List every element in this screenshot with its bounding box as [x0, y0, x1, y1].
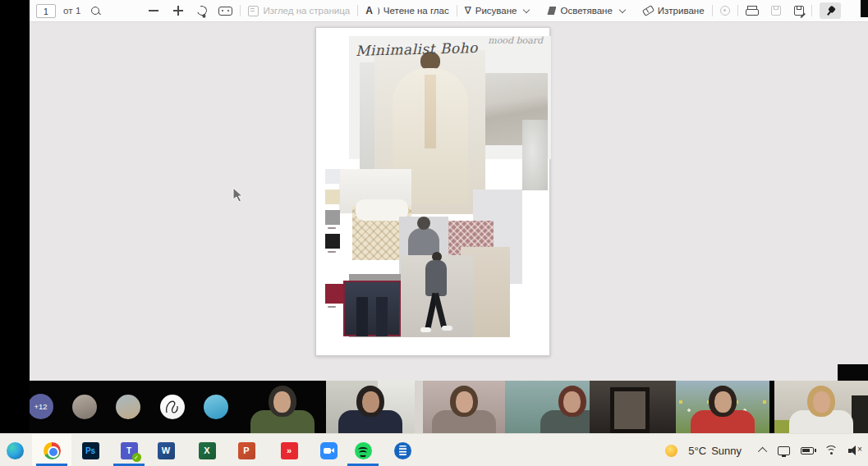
teams-icon: T [121, 442, 138, 459]
meeting-filmstrip: +12 [0, 381, 868, 433]
cast-icon[interactable] [778, 446, 790, 455]
letterbox-strip [0, 0, 30, 433]
excel-icon: X [199, 442, 216, 459]
moodboard-image-denim [343, 281, 401, 336]
read-aloud-icon: A [365, 5, 373, 16]
page-view-button[interactable]: Изглед на страница [248, 6, 350, 16]
participant-woman-home-office[interactable] [774, 381, 868, 433]
battery-icon[interactable] [801, 447, 814, 455]
monitor [852, 395, 868, 433]
erase-button[interactable]: Изтриване [643, 6, 705, 16]
video-camera-app-icon[interactable] [319, 441, 338, 460]
participant-green-hoodie[interactable] [238, 381, 326, 433]
teams-icon[interactable]: T [119, 441, 139, 460]
participant-face [813, 391, 830, 413]
participant-woman-landscape[interactable] [505, 381, 590, 433]
toolbar-divider [712, 5, 713, 16]
search-icon[interactable] [90, 6, 101, 16]
participant-face [273, 391, 291, 413]
chrome-icon[interactable] [42, 441, 62, 460]
sweater-figure-head [417, 217, 430, 230]
film-reel-app-icon[interactable] [393, 441, 412, 460]
wifi-icon[interactable] [824, 445, 838, 455]
color-palette-column [325, 169, 342, 313]
participant-woman-mauve-wall[interactable] [423, 381, 505, 433]
system-tray: 5°C Sunny × [665, 434, 863, 466]
powerpoint-icon: P [238, 442, 255, 459]
touch-mode-icon[interactable] [720, 6, 730, 16]
palette-swatch-burgundy [325, 284, 343, 304]
participant-face [563, 391, 581, 413]
palette-swatch-warm-gray [325, 210, 340, 225]
avatar-line-sketch[interactable] [160, 395, 185, 419]
eraser-icon [642, 5, 654, 16]
page-number-input[interactable] [36, 4, 56, 18]
walking-figure-cardigan [425, 260, 447, 296]
toolbar-divider [457, 5, 457, 16]
participant-dark-room-mirror[interactable] [590, 381, 676, 433]
white-sneaker [420, 327, 431, 332]
avatar-pool-person[interactable] [204, 395, 228, 419]
excel-icon[interactable]: X [197, 441, 217, 460]
photoshop-icon[interactable]: Ps [80, 441, 100, 460]
edge-icon[interactable] [5, 441, 25, 460]
draw-label: Рисуване [475, 6, 517, 16]
swatch-caption-mark [328, 251, 336, 253]
save-icon[interactable] [771, 6, 781, 16]
red-arrows-app-icon: » [281, 442, 298, 459]
highlighter-icon [547, 7, 556, 15]
red-arrows-app-icon[interactable]: » [279, 441, 299, 460]
palette-swatch-black [325, 234, 340, 249]
read-aloud-button[interactable]: A Четене на глас [365, 5, 449, 16]
swatch-caption-mark [328, 227, 336, 229]
model-coat-opening [425, 75, 436, 148]
participant-woman-flower-field[interactable] [676, 381, 769, 433]
read-aloud-wave-icon [375, 7, 379, 15]
toolbar-divider [240, 5, 241, 16]
word-icon[interactable]: W [156, 441, 176, 460]
rotate-icon[interactable] [195, 4, 209, 17]
chevron-up-icon[interactable] [758, 447, 767, 456]
spotify-icon [355, 442, 372, 459]
filmstrip-gap [415, 381, 423, 433]
participant-man-by-window[interactable] [326, 381, 415, 433]
pin-icon [823, 4, 837, 18]
highlight-button[interactable]: Осветяване [547, 6, 624, 16]
weather-widget[interactable]: 5°C Sunny [688, 445, 742, 457]
photoshop-icon: Ps [82, 442, 99, 459]
print-icon[interactable] [746, 6, 757, 16]
participant-face [456, 391, 473, 413]
toolbar-divider [811, 5, 812, 16]
fit-to-width-icon[interactable] [218, 7, 232, 16]
hidden-participants-badge[interactable]: +12 [28, 394, 53, 419]
avatar-portrait-woman[interactable] [72, 395, 97, 419]
edge-icon [7, 442, 24, 459]
volume-muted-icon[interactable]: × [848, 445, 863, 455]
screen: от 1 Изглед на страница A Четене на глас… [0, 0, 868, 466]
powerpoint-icon[interactable]: P [237, 441, 256, 460]
weather-condition: Sunny [711, 445, 742, 457]
save-as-icon[interactable] [794, 6, 804, 16]
zoom-out-button[interactable] [149, 10, 158, 11]
page-view-icon [248, 6, 259, 16]
participant-face [714, 391, 732, 413]
palette-swatch-cream [325, 190, 340, 204]
toolbar-divider [737, 5, 738, 16]
word-icon: W [158, 442, 175, 459]
chevron-down-icon[interactable] [619, 6, 626, 12]
avatar-beach-person[interactable] [116, 395, 140, 419]
weather-sun-icon[interactable] [665, 445, 677, 457]
page-count-label: от 1 [63, 6, 80, 16]
spotify-icon[interactable] [353, 441, 373, 460]
toolbar-divider [357, 5, 358, 16]
zoom-in-button[interactable] [173, 6, 183, 16]
chevron-down-icon[interactable] [523, 6, 530, 12]
mirror [610, 387, 650, 433]
video-camera-app-icon [320, 442, 338, 459]
pdf-toolbar: от 1 Изглед на страница A Четене на глас… [30, 0, 868, 22]
pin-toolbar-button[interactable] [820, 2, 841, 19]
walking-figure-legging [433, 293, 447, 327]
moodboard-image-feather [522, 120, 548, 190]
draw-button[interactable]: ∇ Рисуване [465, 6, 530, 16]
mouse-cursor [232, 187, 244, 203]
